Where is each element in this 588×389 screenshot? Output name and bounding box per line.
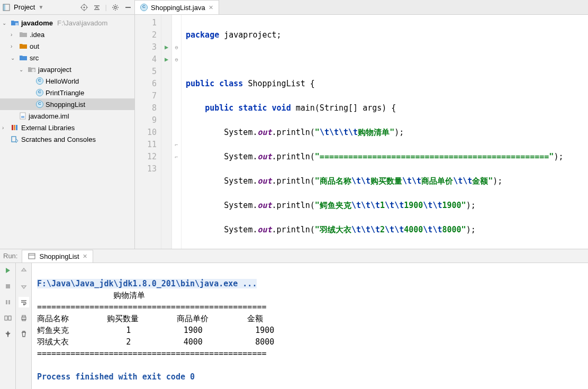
root-path: F:\Java\javadom [57, 19, 107, 27]
tree-idea[interactable]: › .idea [0, 29, 134, 40]
gear-icon[interactable] [111, 3, 120, 12]
run-tab-label: ShoppingList [39, 252, 79, 260]
editor-area: ShoppingList.java ✕ 12345678910111213 ▶ … [135, 0, 588, 249]
pause-button[interactable] [3, 297, 13, 307]
folder-icon [19, 54, 28, 61]
run-line-marker[interactable]: ▶ [161, 41, 171, 53]
library-icon [11, 124, 19, 131]
label: ShoppingList [46, 101, 85, 108]
fold-end-marker[interactable]: ⌐ [172, 151, 181, 163]
console-line: 商品名称 购买数量 商品单价 金额 [37, 314, 263, 323]
trash-button[interactable] [19, 329, 29, 339]
fold-marker[interactable]: ⊖ [172, 41, 181, 53]
dropdown-icon[interactable]: ▼ [38, 4, 43, 10]
java-class-icon [140, 4, 148, 11]
project-tree: ⌄ javadome F:\Java\javadom › .idea › out… [0, 15, 134, 249]
tree-libs[interactable]: › External Libraries [0, 122, 134, 133]
run-body: F:\Java\Java_jdk\jdk1.8.0_201\bin\java.e… [0, 263, 588, 389]
tree-root[interactable]: ⌄ javadome F:\Java\javadom [0, 17, 134, 29]
fold-end-marker[interactable]: ⌐ [172, 139, 181, 151]
rerun-button[interactable] [3, 265, 13, 276]
down-button[interactable] [19, 281, 29, 292]
iml-icon [19, 112, 26, 120]
collapse-icon[interactable] [93, 3, 101, 12]
tree-scratches[interactable]: Scratches and Consoles [0, 133, 134, 145]
fold-column: ⊖ ⊖ ⌐ ⌐ [172, 15, 182, 249]
svg-rect-12 [15, 23, 18, 25]
run-header: Run: ShoppingList ✕ [0, 249, 588, 263]
label: External Libraries [21, 124, 75, 132]
svg-rect-18 [16, 125, 17, 130]
java-class-icon [36, 101, 43, 108]
code-editor[interactable]: 12345678910111213 ▶ ▶ ⊖ ⊖ ⌐ ⌐ package ja… [135, 15, 588, 249]
scratch-icon [11, 135, 19, 143]
console-command: F:\Java\Java_jdk\jdk1.8.0_201\bin\java.e… [37, 279, 257, 288]
console-line: 鳄鱼夹克 1 1900 1900 [37, 325, 274, 335]
print-button[interactable] [19, 313, 29, 323]
run-panel: Run: ShoppingList ✕ F:\Java\Java_jdk\jdk… [0, 249, 588, 389]
svg-rect-22 [6, 284, 10, 288]
folder-icon [19, 42, 28, 50]
fold-marker[interactable]: ⊖ [172, 53, 181, 66]
tree-package[interactable]: ⌄ javaproject [0, 64, 134, 75]
label: .idea [30, 31, 44, 39]
label: javaproject [38, 66, 71, 74]
run-toolbar-left [0, 263, 16, 389]
up-button[interactable] [19, 265, 29, 276]
wrap-button[interactable] [19, 297, 29, 307]
tree-file-shopping[interactable]: ShoppingList [0, 98, 134, 110]
label: out [30, 42, 39, 50]
layout-button[interactable] [3, 313, 13, 323]
tree-out[interactable]: › out [0, 40, 134, 52]
svg-point-13 [32, 69, 35, 72]
console-output[interactable]: F:\Java\Java_jdk\jdk1.8.0_201\bin\java.e… [32, 263, 588, 389]
editor-tabs: ShoppingList.java ✕ [135, 0, 588, 15]
svg-rect-15 [21, 116, 24, 118]
java-class-icon [36, 89, 43, 96]
console-line: ========================================… [37, 349, 266, 358]
project-sidebar: Project ▼ | ⌄ [0, 0, 135, 249]
package-icon [28, 66, 36, 73]
label: src [30, 54, 39, 62]
pin-button[interactable] [3, 329, 13, 339]
project-icon [2, 3, 11, 12]
label: HelloWorld [46, 77, 79, 85]
svg-rect-11 [125, 7, 131, 8]
run-tab[interactable]: ShoppingList ✕ [22, 250, 93, 263]
folder-icon [11, 19, 19, 26]
project-header: Project ▼ | [0, 0, 134, 15]
tree-src[interactable]: ⌄ src [0, 52, 134, 64]
svg-rect-20 [29, 254, 35, 259]
stop-button[interactable] [3, 281, 13, 292]
run-config-icon [28, 252, 36, 260]
svg-rect-28 [22, 315, 25, 317]
svg-rect-24 [8, 300, 10, 304]
folder-icon [19, 31, 28, 38]
svg-point-3 [83, 6, 85, 8]
code-content[interactable]: package javaproject; public class Shoppi… [182, 15, 588, 249]
svg-rect-16 [12, 125, 13, 130]
svg-rect-1 [3, 4, 5, 11]
root-label: javadome [21, 19, 53, 27]
hide-icon[interactable] [124, 3, 132, 12]
close-icon[interactable]: ✕ [83, 253, 87, 260]
close-icon[interactable]: ✕ [209, 4, 213, 11]
tree-iml[interactable]: javadome.iml [0, 110, 134, 122]
project-title[interactable]: Project [14, 3, 35, 11]
run-toolbar-secondary [16, 263, 32, 389]
tree-file-triangle[interactable]: PrintTriangle [0, 87, 134, 98]
tab-shoppinglist[interactable]: ShoppingList.java ✕ [135, 0, 219, 14]
run-line-marker[interactable]: ▶ [161, 53, 171, 66]
svg-rect-25 [5, 316, 7, 320]
target-icon[interactable] [80, 3, 88, 12]
svg-rect-19 [12, 137, 16, 142]
gutter-icons: ▶ ▶ [161, 15, 172, 249]
svg-rect-26 [8, 316, 11, 320]
java-class-icon [36, 77, 43, 85]
svg-rect-17 [14, 125, 15, 130]
label: Scratches and Consoles [21, 135, 96, 143]
tab-label: ShoppingList.java [151, 4, 205, 12]
tree-file-hello[interactable]: HelloWorld [0, 75, 134, 87]
console-line: ========================================… [37, 302, 266, 312]
console-exit: Process finished with exit code 0 [37, 372, 195, 382]
